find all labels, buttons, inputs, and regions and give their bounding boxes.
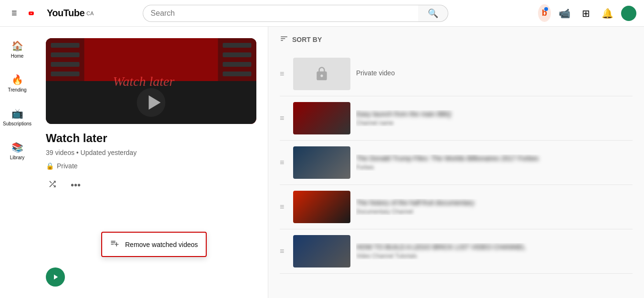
remove-watched-item[interactable]: Remove watched videos xyxy=(102,233,206,256)
hamburger-icon: ☰ xyxy=(11,10,17,17)
header: ☰ YouTubeCA 🔍 b 📹 ⊞ 🔔 xyxy=(0,0,644,27)
svg-rect-4 xyxy=(51,62,80,67)
sort-label: SORT BY xyxy=(292,36,322,43)
grid-icon: ⊞ xyxy=(582,8,590,19)
shuffle-icon xyxy=(48,179,57,189)
drag-handle[interactable]: ≡ xyxy=(280,247,287,256)
trending-icon: 🔥 xyxy=(11,74,23,85)
privacy-label: Private xyxy=(57,162,78,170)
video-title: Private video xyxy=(356,69,633,77)
sidebar-item-library[interactable]: 📚 Library xyxy=(2,134,32,166)
logo-country: CA xyxy=(86,10,94,16)
playlist-privacy: 🔒 Private xyxy=(46,162,256,170)
playlist-thumbnail: Watch later xyxy=(46,38,256,124)
drag-handle[interactable]: ≡ xyxy=(280,114,287,123)
video-thumbnail xyxy=(293,235,350,267)
search-icon: 🔍 xyxy=(428,9,438,18)
svg-rect-7 xyxy=(223,52,252,57)
notifications-button[interactable]: b xyxy=(538,4,551,22)
thumbnail-background: Watch later xyxy=(46,38,256,124)
private-thumb xyxy=(293,58,350,90)
video-channel: Forbes xyxy=(356,164,633,171)
right-panel: SORT BY ≡ Private video xyxy=(268,27,644,298)
sort-bar[interactable]: SORT BY xyxy=(280,34,633,44)
youtube-logo-svg xyxy=(29,8,45,19)
video-title: The history of the half-fruit documentar… xyxy=(356,199,633,206)
video-info: The history of the half-fruit documentar… xyxy=(356,199,633,215)
bell-icon: 🔔 xyxy=(602,8,613,19)
video-info: The Donald Trump Files: The Worlds Billi… xyxy=(356,154,633,171)
more-options-button[interactable]: ••• xyxy=(67,178,84,193)
svg-rect-6 xyxy=(223,43,252,48)
drag-handle[interactable]: ≡ xyxy=(280,203,287,211)
video-item[interactable]: ≡ The history of the half-fruit document… xyxy=(280,185,633,229)
video-item[interactable]: ≡ Easy launch from the main BBQ Channel … xyxy=(280,96,633,141)
remove-watched-label: Remove watched videos xyxy=(125,241,198,248)
create-video-button[interactable]: 📹 xyxy=(555,4,574,23)
playlist-meta: 39 videos • Updated yesterday xyxy=(46,149,256,156)
video-channel: Video Channel Tutorials xyxy=(356,253,633,259)
remove-watched-icon xyxy=(110,238,119,250)
notification-dot xyxy=(544,7,548,11)
video-info: HOW TO BUILD A LEGO BRICK LIST VIDEO CHA… xyxy=(356,243,633,259)
drag-handle[interactable]: ≡ xyxy=(280,158,287,167)
video-info: Private video xyxy=(356,69,633,79)
dropdown-menu: Remove watched videos xyxy=(101,232,207,257)
header-left: ☰ YouTubeCA xyxy=(8,6,94,21)
video-camera-icon: 📹 xyxy=(559,8,570,19)
left-panel: Watch later Watch later 39 videos • Upda… xyxy=(34,27,268,298)
youtube-logo[interactable]: YouTubeCA xyxy=(29,8,94,19)
shuffle-button[interactable] xyxy=(46,177,59,193)
sidebar-item-home[interactable]: 🏠 Home xyxy=(2,32,32,64)
video-title: HOW TO BUILD A LEGO BRICK LIST VIDEO CHA… xyxy=(356,243,633,251)
sidebar-item-subscriptions[interactable]: 📺 Subscriptions xyxy=(2,100,32,132)
ellipsis-icon: ••• xyxy=(71,180,81,190)
video-list: ≡ Private video ≡ Easy xyxy=(280,52,633,274)
sort-icon xyxy=(280,34,288,44)
playlist-title: Watch later xyxy=(46,132,256,145)
header-right: b 📹 ⊞ 🔔 xyxy=(538,4,636,23)
notifications-bell-button[interactable]: 🔔 xyxy=(598,4,617,23)
lock-icon: 🔒 xyxy=(46,162,54,170)
sidebar-label-subscriptions: Subscriptions xyxy=(3,121,32,126)
video-item[interactable]: ≡ HOW TO BUILD A LEGO BRICK LIST VIDEO C… xyxy=(280,229,633,274)
svg-rect-2 xyxy=(51,43,80,48)
private-icon xyxy=(314,66,329,82)
video-channel: Channel name xyxy=(356,120,633,126)
video-channel: Documentary Channel xyxy=(356,208,633,215)
sidebar-label-trending: Trending xyxy=(8,87,26,92)
svg-text:Watch later: Watch later xyxy=(113,74,175,89)
thumbnail-art: Watch later xyxy=(46,38,256,124)
sort-list-icon xyxy=(280,34,288,43)
search-bar: 🔍 xyxy=(143,5,448,22)
sidebar-item-trending[interactable]: 🔥 Trending xyxy=(2,66,32,98)
library-icon: 📚 xyxy=(11,142,23,153)
avatar[interactable] xyxy=(621,6,636,21)
video-thumbnail xyxy=(293,191,350,223)
svg-rect-3 xyxy=(51,52,80,57)
video-thumbnail xyxy=(293,102,350,134)
svg-rect-9 xyxy=(223,72,252,76)
hamburger-button[interactable]: ☰ xyxy=(8,6,21,21)
sidebar-label-library: Library xyxy=(10,155,25,160)
drag-handle[interactable]: ≡ xyxy=(280,70,287,78)
search-input[interactable] xyxy=(143,5,418,22)
video-info: Easy launch from the main BBQ Channel na… xyxy=(356,110,633,126)
main-content: Watch later Watch later 39 videos • Upda… xyxy=(34,27,644,298)
apps-button[interactable]: ⊞ xyxy=(578,4,594,23)
video-title: The Donald Trump Files: The Worlds Billi… xyxy=(356,154,633,162)
sidebar: 🏠 Home 🔥 Trending 📺 Subscriptions 📚 Libr… xyxy=(0,27,34,298)
play-icon xyxy=(51,273,60,281)
svg-rect-8 xyxy=(223,62,252,67)
play-circle-button[interactable] xyxy=(46,267,65,287)
video-title: Easy launch from the main BBQ xyxy=(356,110,633,118)
remove-list-icon xyxy=(110,238,119,248)
home-icon: 🏠 xyxy=(11,40,23,51)
video-thumbnail xyxy=(293,58,350,90)
logo-text: YouTube xyxy=(47,8,84,19)
video-item[interactable]: ≡ The Donald Trump Files: The Worlds Bil… xyxy=(280,141,633,185)
video-item[interactable]: ≡ Private video xyxy=(280,52,633,96)
action-row: ••• xyxy=(46,177,256,193)
search-button[interactable]: 🔍 xyxy=(418,5,448,22)
video-thumbnail xyxy=(293,146,350,179)
